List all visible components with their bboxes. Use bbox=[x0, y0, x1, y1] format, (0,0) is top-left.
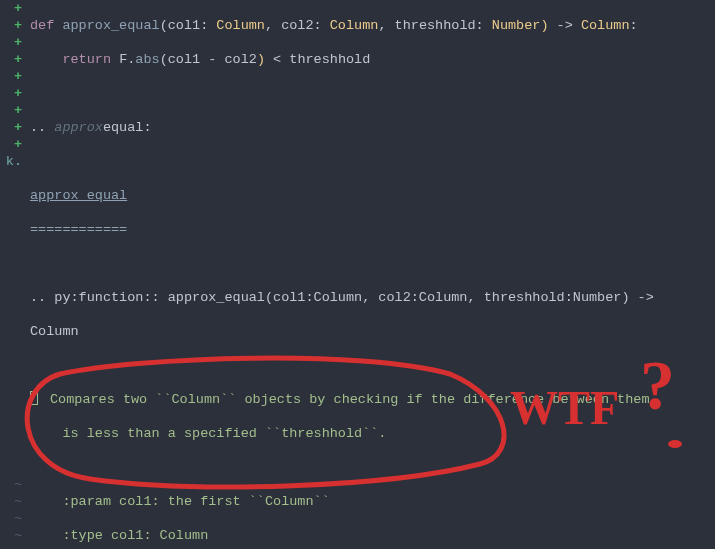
gutter-sign: + bbox=[0, 136, 22, 153]
code-line: return F.abs(col1 - col2) < threshhold bbox=[30, 51, 715, 68]
gutter-tilde: ~ bbox=[0, 510, 22, 527]
code-line: .. py:function:: approx_equal(col1:Colum… bbox=[30, 289, 715, 306]
code-line: def approx_equal(col1: Column, col2: Col… bbox=[30, 17, 715, 34]
gutter-sign: + bbox=[0, 51, 22, 68]
code-line: :type col1: Column bbox=[30, 527, 715, 544]
gutter-sign: + bbox=[0, 102, 22, 119]
code-line: is less than a specified ``threshhold``. bbox=[30, 425, 715, 442]
gutter-sign: + bbox=[0, 85, 22, 102]
editor-pane[interactable]: + + + + + + + + + k. ~ ~ ~ ~ def approx_… bbox=[0, 0, 715, 549]
gutter-mark: k. bbox=[0, 153, 22, 170]
code-line: :param col1: the first ``Column`` bbox=[30, 493, 715, 510]
gutter-sign: + bbox=[0, 119, 22, 136]
gutter-sign: + bbox=[0, 0, 22, 17]
code-line: Column bbox=[30, 323, 715, 340]
gutter-tilde: ~ bbox=[0, 476, 22, 493]
gutter-sign: + bbox=[0, 17, 22, 34]
gutter-tilde: ~ bbox=[0, 527, 22, 544]
code-line: .. approxequal: bbox=[30, 119, 715, 136]
code-line: ============ bbox=[30, 221, 715, 238]
gutter-sign: + bbox=[0, 68, 22, 85]
code-line: Compares two ``Column`` objects by check… bbox=[30, 391, 715, 408]
gutter: + + + + + + + + + k. ~ ~ ~ ~ bbox=[0, 0, 26, 549]
code-line: approx_equal bbox=[30, 187, 715, 204]
gutter-sign: + bbox=[0, 34, 22, 51]
code-area[interactable]: def approx_equal(col1: Column, col2: Col… bbox=[26, 0, 715, 549]
cursor bbox=[30, 391, 38, 405]
gutter-tilde: ~ bbox=[0, 493, 22, 510]
